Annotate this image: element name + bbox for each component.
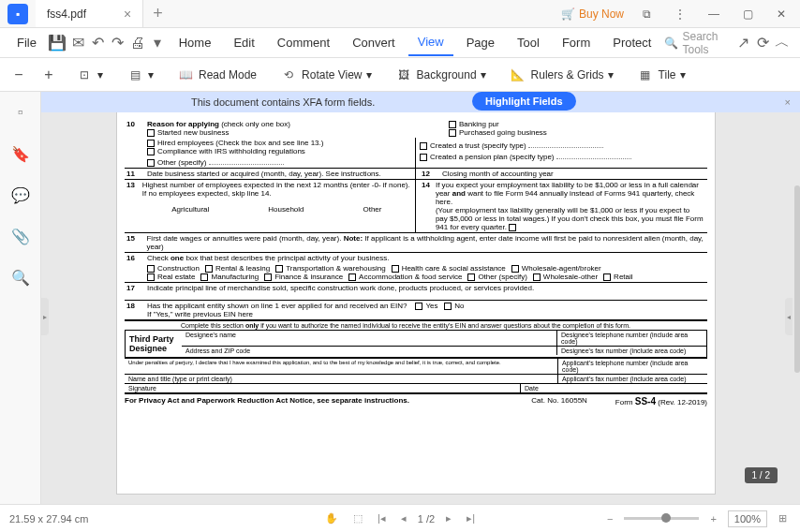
input-line[interactable]	[528, 139, 603, 148]
checkbox[interactable]	[147, 273, 155, 281]
r16-c5: Wholesale-agent/broker	[522, 264, 601, 273]
checkbox[interactable]	[147, 129, 155, 137]
maximize-button[interactable]: ▢	[736, 3, 759, 25]
fullscreen-icon[interactable]: ⊞	[775, 510, 791, 526]
save-icon[interactable]: 💾	[48, 32, 67, 54]
checkbox[interactable]	[415, 303, 422, 310]
input-line[interactable]	[556, 150, 631, 159]
last-page-button[interactable]: ▸|	[463, 510, 479, 526]
vertical-scrollbar[interactable]	[794, 185, 800, 373]
tile-button[interactable]: ▦Tile▾	[630, 62, 691, 88]
page-number[interactable]: 1 /2	[418, 513, 435, 525]
checkbox[interactable]	[449, 129, 456, 137]
zoom-out-button[interactable]: −	[603, 511, 616, 526]
checkbox[interactable]	[147, 148, 155, 155]
document-viewport[interactable]: This document contains XFA form fields. …	[41, 92, 800, 504]
checkbox[interactable]	[147, 140, 155, 147]
r16-c3: Transportation & warehousing	[286, 264, 385, 273]
rulers-grids-button[interactable]: 📐Rulers & Grids▾	[503, 62, 619, 88]
expand-right-nub[interactable]: ◂	[785, 298, 793, 335]
checkbox[interactable]	[147, 265, 155, 273]
more-icon[interactable]: ⋮	[669, 3, 691, 25]
minimize-button[interactable]: —	[703, 3, 725, 25]
search-tools[interactable]: 🔍 Search Tools	[664, 30, 723, 56]
document-tab[interactable]: fss4.pdf ×	[36, 0, 143, 27]
prev-page-button[interactable]: ◂	[397, 510, 410, 526]
checkbox[interactable]	[467, 273, 475, 281]
background-label: Background	[417, 68, 477, 81]
dropdown-icon[interactable]: ▾	[150, 32, 166, 54]
checkbox[interactable]	[511, 265, 519, 273]
line-num: 12	[420, 169, 438, 179]
thumbnails-icon[interactable]: ▫	[9, 101, 32, 124]
checkbox[interactable]	[392, 265, 399, 273]
expand-left-nub[interactable]: ▸	[41, 298, 49, 335]
checkbox[interactable]	[449, 121, 456, 128]
checkbox[interactable]	[603, 273, 611, 281]
zoom-in-icon[interactable]: +	[39, 66, 58, 84]
notify-icon[interactable]: ⧉	[635, 3, 658, 25]
menu-protect[interactable]: Protect	[603, 30, 660, 55]
read-mode-button[interactable]: 📖Read Mode	[170, 62, 262, 88]
menu-convert[interactable]: Convert	[343, 30, 405, 55]
applicant-phone-label: Applicant's telephone number (include ar…	[557, 359, 707, 374]
sync-icon[interactable]: ⟳	[755, 32, 771, 54]
privacy-text: For Privacy Act and Paperwork Reduction …	[125, 396, 409, 406]
fit-page-button[interactable]: ⊡▾	[69, 62, 109, 88]
comments-icon[interactable]: 💬	[9, 184, 32, 206]
r16-c6: Real estate	[157, 273, 195, 281]
input-line[interactable]	[209, 155, 284, 165]
checkbox[interactable]	[509, 224, 516, 231]
new-tab-button[interactable]: +	[153, 4, 163, 23]
redo-icon[interactable]: ↷	[110, 32, 126, 54]
collapse-icon[interactable]: ︿	[775, 32, 791, 54]
undo-icon[interactable]: ↶	[90, 32, 106, 54]
hand-tool-icon[interactable]: ✋	[321, 510, 342, 526]
menu-edit[interactable]: Edit	[224, 30, 263, 55]
checkbox[interactable]	[264, 273, 272, 281]
menu-form[interactable]: Form	[553, 30, 600, 55]
checkbox[interactable]	[420, 142, 427, 150]
buy-now-link[interactable]: 🛒 Buy Now	[561, 7, 624, 21]
search-panel-icon[interactable]: 🔍	[9, 266, 32, 288]
close-tab-icon[interactable]: ×	[124, 7, 131, 22]
zoom-slider[interactable]	[624, 517, 699, 520]
mail-icon[interactable]: ✉	[70, 32, 86, 54]
menu-home[interactable]: Home	[170, 30, 221, 55]
checkbox[interactable]	[275, 265, 283, 273]
search-placeholder: Search Tools	[682, 30, 723, 56]
checkbox[interactable]	[205, 265, 213, 273]
checkbox[interactable]	[420, 154, 427, 161]
rotate-view-button[interactable]: ⟲Rotate View▾	[274, 62, 377, 88]
zoom-thumb[interactable]	[661, 513, 671, 523]
bookmarks-icon[interactable]: 🔖	[9, 142, 32, 165]
banner-close-icon[interactable]: ×	[785, 96, 791, 108]
next-page-button[interactable]: ▸	[442, 510, 455, 526]
checkbox[interactable]	[444, 303, 452, 310]
left-sidebar: ▫ 🔖 💬 📎 🔍	[0, 92, 41, 504]
titlebar: ▪ fss4.pdf × + 🛒 Buy Now ⧉ ⋮ — ▢ ✕	[0, 0, 800, 28]
checkbox[interactable]	[200, 273, 208, 281]
close-window-button[interactable]: ✕	[770, 3, 793, 25]
menu-comment[interactable]: Comment	[268, 30, 339, 55]
zoom-out-icon[interactable]: −	[9, 66, 28, 84]
form-label: Form	[615, 398, 633, 406]
menu-view[interactable]: View	[408, 29, 453, 56]
checkbox[interactable]	[533, 273, 541, 281]
checkbox[interactable]	[348, 273, 356, 281]
zoom-percent[interactable]: 100%	[728, 510, 767, 527]
select-tool-icon[interactable]: ⬚	[349, 510, 366, 526]
page-layout-button[interactable]: ▤▾	[120, 62, 159, 88]
zoom-in-button[interactable]: +	[706, 511, 719, 526]
open-external-icon[interactable]: ↗	[735, 32, 751, 54]
r17-text: Indicate principal line of merchandise s…	[143, 283, 538, 293]
background-button[interactable]: 🖼Background▾	[389, 62, 492, 88]
attachments-icon[interactable]: 📎	[9, 225, 32, 247]
menu-file[interactable]: File	[9, 32, 44, 53]
print-icon[interactable]: 🖨	[129, 32, 145, 54]
checkbox[interactable]	[147, 159, 155, 167]
highlight-fields-button[interactable]: Highlight Fields	[472, 92, 576, 111]
menu-tool[interactable]: Tool	[508, 30, 549, 55]
first-page-button[interactable]: |◂	[374, 510, 390, 526]
menu-page[interactable]: Page	[457, 30, 504, 55]
